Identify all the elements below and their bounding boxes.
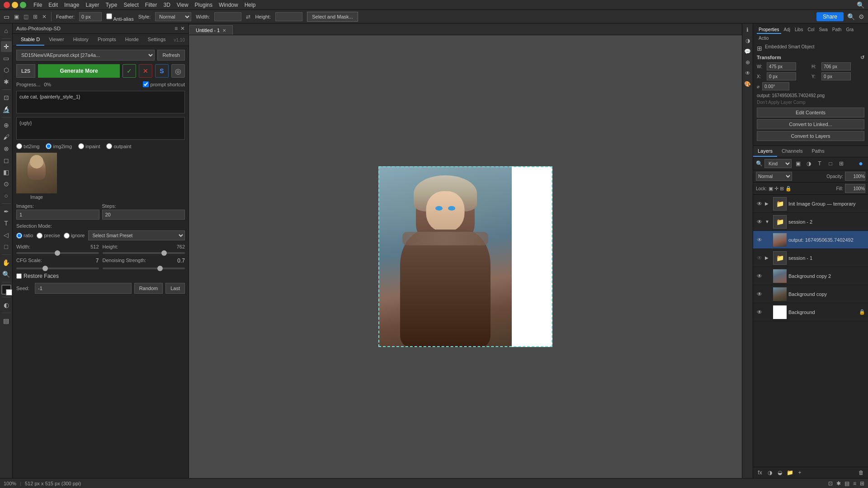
precise-radio[interactable]: [37, 233, 42, 239]
angle-input[interactable]: [762, 82, 789, 90]
tab-viewer[interactable]: Viewer: [44, 34, 68, 46]
path-selection-tool[interactable]: ◁: [1, 230, 12, 240]
menu-edit[interactable]: Edit: [48, 2, 58, 8]
menu-image[interactable]: Image: [64, 2, 79, 8]
ignore-radio[interactable]: [64, 233, 70, 239]
images-input[interactable]: [16, 210, 99, 220]
refresh-button[interactable]: Refresh: [157, 50, 185, 61]
denoising-slider-thumb[interactable]: [157, 266, 163, 271]
last-button[interactable]: Last: [165, 283, 185, 294]
screen-mode-tool[interactable]: ▤: [1, 315, 12, 326]
tool-option-2[interactable]: ◫: [24, 14, 28, 20]
clone-stamp-tool[interactable]: ⊗: [1, 143, 12, 154]
tab-stable-d[interactable]: Stable D: [16, 34, 44, 46]
width-transform-input[interactable]: [767, 62, 796, 70]
outpaint-radio[interactable]: [106, 143, 112, 149]
magic-wand-tool[interactable]: ✱: [1, 76, 12, 87]
tab-prompts[interactable]: Prompts: [93, 34, 121, 46]
visibility-icon-bg-copy[interactable]: 👁: [756, 291, 763, 298]
negative-prompt-textarea[interactable]: {ugly}: [16, 117, 185, 140]
cfg-slider-track[interactable]: [16, 267, 99, 269]
positive-prompt-textarea[interactable]: cute cat, {painterly_style_1}: [16, 91, 185, 113]
menu-type[interactable]: Type: [105, 2, 117, 8]
x-transform-input[interactable]: [767, 72, 796, 80]
tab-settings[interactable]: Settings: [143, 34, 170, 46]
tool-option-1[interactable]: ▣: [14, 14, 19, 20]
menu-select[interactable]: Select: [123, 2, 138, 8]
layer-new-icon[interactable]: +: [796, 469, 804, 477]
info-icon[interactable]: ⊕: [743, 58, 752, 67]
inpaint-radio[interactable]: [78, 143, 84, 149]
menu-3d[interactable]: 3D: [163, 2, 170, 8]
minimize-button[interactable]: [12, 2, 18, 8]
feather-input[interactable]: [79, 12, 102, 21]
maximize-button[interactable]: [20, 2, 26, 8]
select-mask-button[interactable]: Select and Mask...: [307, 12, 358, 22]
precise-label[interactable]: precise: [37, 233, 60, 239]
home-tool[interactable]: ⌂: [1, 25, 12, 36]
zoom-tool[interactable]: 🔍: [1, 269, 12, 280]
menu-layer[interactable]: Layer: [85, 2, 99, 8]
properties-icon[interactable]: ℹ: [743, 25, 752, 34]
menu-plugins[interactable]: Plugins: [195, 2, 212, 8]
quick-mask-tool[interactable]: ◐: [1, 300, 12, 310]
height-slider-track[interactable]: [103, 252, 185, 254]
layers-kind-select[interactable]: Kind: [764, 159, 792, 168]
height-input[interactable]: [275, 12, 302, 21]
layer-mask-icon[interactable]: ◑: [766, 469, 774, 477]
menu-filter[interactable]: Filter: [145, 2, 157, 8]
tool-option-4[interactable]: ✕: [42, 14, 47, 20]
width-input[interactable]: [214, 12, 241, 21]
doc-tab-active[interactable]: Untitled - 1 ✕: [189, 25, 233, 35]
layer-adjustment-icon[interactable]: ◑: [804, 159, 813, 168]
eraser-tool[interactable]: ◻: [1, 155, 12, 166]
menu-window[interactable]: Window: [219, 2, 238, 8]
lock-artboard-icon[interactable]: ⊞: [780, 186, 784, 192]
search-layers-icon[interactable]: 🔍: [756, 160, 763, 167]
lock-pixel-icon[interactable]: ▣: [769, 186, 773, 192]
layer-smart-icon[interactable]: ⊞: [837, 159, 846, 168]
tab-actio[interactable]: Actio: [757, 35, 770, 42]
visibility-icon-session1[interactable]: 👁: [756, 254, 763, 262]
menu-help[interactable]: Help: [245, 2, 256, 8]
layers-icon-status[interactable]: ≡: [853, 480, 856, 487]
plugin-close-icon[interactable]: ✕: [180, 25, 185, 32]
dodge-tool[interactable]: ○: [1, 190, 12, 201]
y-transform-input[interactable]: [821, 72, 851, 80]
marquee-tool[interactable]: ▭: [1, 53, 12, 64]
convert-linked-button[interactable]: Convert to Linked...: [757, 119, 864, 129]
l2s-button[interactable]: L2S: [16, 64, 35, 78]
red-x-button[interactable]: ✕: [139, 64, 152, 78]
fill-input[interactable]: [845, 184, 865, 193]
img2img-radio[interactable]: [46, 143, 52, 149]
eye-icon[interactable]: 👁: [743, 69, 752, 78]
blur-tool[interactable]: ⊙: [1, 178, 12, 189]
seed-input[interactable]: [35, 283, 132, 294]
visibility-icon-output[interactable]: 👁: [756, 236, 763, 244]
random-button[interactable]: Random: [134, 283, 163, 294]
eyedropper-tool[interactable]: 🔬: [1, 104, 12, 115]
layer-group-icon[interactable]: 📁: [786, 469, 794, 477]
layer-item-session1[interactable]: 👁 ▶ 📁 session - 1: [753, 249, 868, 267]
tab-adj[interactable]: Adj: [782, 26, 792, 34]
color-wheel-icon[interactable]: 🎨: [743, 80, 752, 89]
model-select[interactable]: SD15NewVAEpruned.ckpt [27a4a...: [16, 50, 155, 61]
brush-tool[interactable]: 🖌: [1, 131, 12, 142]
restore-faces-label[interactable]: Restore Faces: [16, 273, 185, 279]
steps-input[interactable]: [102, 210, 185, 220]
blue-s-button[interactable]: S: [155, 64, 169, 78]
prompt-shortcut-checkbox[interactable]: [143, 81, 149, 87]
transform-reset-icon[interactable]: ↺: [860, 55, 864, 61]
menu-view[interactable]: View: [177, 2, 189, 8]
visibility-icon-session2[interactable]: 👁: [756, 218, 763, 225]
lock-move-icon[interactable]: ✛: [774, 186, 778, 192]
ratio-label[interactable]: ratio: [16, 233, 33, 239]
hand-tool[interactable]: ✋: [1, 257, 12, 268]
foreground-color[interactable]: [1, 285, 11, 295]
layer-item-background[interactable]: 👁 Background 🔒: [753, 303, 868, 321]
inpaint-label[interactable]: inpaint: [78, 143, 100, 149]
chat-icon[interactable]: 💬: [743, 47, 752, 56]
doc-tab-close-icon[interactable]: ✕: [222, 28, 226, 33]
layer-adjustment-add-icon[interactable]: ◒: [776, 469, 784, 477]
layer-filter-icon[interactable]: ●: [856, 159, 865, 168]
